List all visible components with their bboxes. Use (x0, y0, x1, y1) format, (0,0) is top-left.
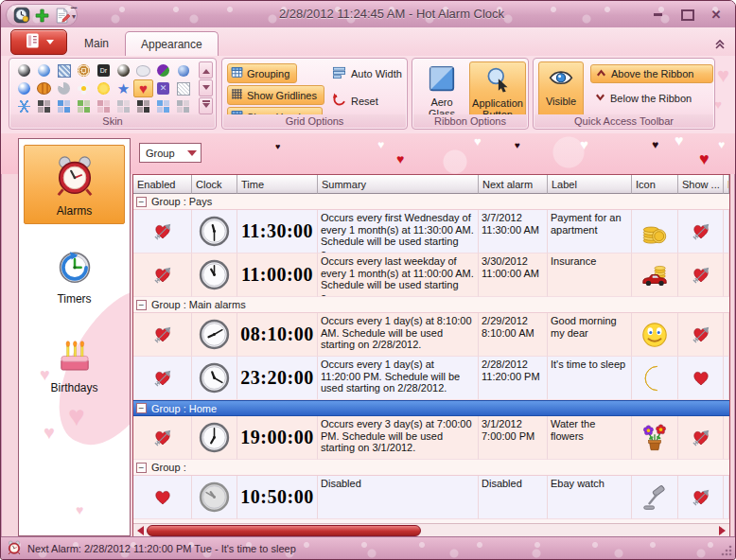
skin-item-pumpkin[interactable] (34, 79, 54, 97)
skin-item-blue-star[interactable]: ★ (114, 79, 133, 97)
column-header-p[interactable]: P (724, 175, 729, 194)
collapse-group-icon[interactable]: − (136, 403, 147, 413)
skin-item-sun[interactable] (94, 79, 114, 97)
ribbon-group-quick-access: Visible Above the Ribbon Below the Ribbo… (533, 58, 715, 130)
gallery-scroll-up-button[interactable] (199, 61, 213, 79)
minimize-button[interactable] (646, 8, 669, 22)
heart-arrow-icon (692, 488, 710, 507)
skin-item-green-blocks[interactable] (74, 97, 94, 115)
skin-item-blue-sphere[interactable] (34, 61, 54, 79)
skin-item-azure-sphere[interactable] (14, 79, 34, 97)
column-header-icon[interactable]: Icon (632, 175, 678, 194)
skin-item-gray-pacman[interactable] (54, 79, 74, 97)
summary-cell: Occurs every first Wednesday of every 1 … (318, 210, 479, 254)
application-button-toggle[interactable]: Application Button (469, 61, 526, 118)
column-header-next-alarm[interactable]: Next alarm (479, 175, 548, 194)
maximize-button[interactable] (676, 8, 699, 22)
resize-grip[interactable] (720, 544, 733, 557)
skin-item-snowflake[interactable] (14, 97, 34, 115)
sidebar-item-alarms[interactable]: Alarms (24, 145, 125, 224)
skin-item-black-blue-blocks[interactable] (133, 97, 153, 115)
gallery-scroll-down-button[interactable] (199, 79, 213, 96)
skin-item-silver-blocks[interactable] (173, 97, 193, 115)
skin-item-patterned-square[interactable] (54, 61, 74, 79)
group-header-row[interactable]: −Group : Home (133, 400, 729, 416)
alarm-row[interactable]: 11:00:00Occurs every last weekday of eve… (133, 254, 729, 297)
group-by-dropdown[interactable]: Group (139, 143, 202, 163)
sidebar-item-birthdays[interactable]: Birthdays (24, 328, 125, 400)
below-the-ribbon-button[interactable]: Below the Ribbon (590, 89, 713, 108)
grouping-button[interactable]: Grouping (227, 63, 297, 83)
collapse-group-icon[interactable]: − (136, 197, 147, 207)
column-header-time[interactable]: Time (237, 175, 318, 194)
heart-arrow-icon (692, 222, 710, 241)
skin-item-red-heart[interactable]: ♥ (133, 79, 153, 97)
edit-alarm-icon[interactable] (53, 7, 70, 24)
alarm-row[interactable]: 23:20:00Occurs every 1 day(s) at 11:20:0… (133, 357, 729, 400)
tab-appearance[interactable]: Appearance (125, 31, 219, 57)
enabled-cell (133, 313, 192, 357)
skin-item-white-cloud[interactable] (133, 61, 153, 79)
skin-item-hatched-square[interactable] (173, 79, 193, 97)
app-clock-icon[interactable] (13, 7, 30, 24)
skin-item-dark-blocks[interactable] (34, 97, 54, 115)
alarm-table: EnabledClockTimeSummaryNext alarmLabelIc… (132, 174, 730, 538)
alarm-row[interactable]: 11:30:00Occurs every first Wednesday of … (133, 210, 729, 254)
qat-customize-icon[interactable]: ▔▾ (69, 9, 79, 19)
column-header-show[interactable]: Show ... (678, 175, 724, 194)
show-cell (678, 313, 724, 357)
group-name: Group : Main alarms (151, 299, 246, 310)
above-the-ribbon-button[interactable]: Above the Ribbon (590, 64, 713, 83)
skin-item-dark-sphere[interactable] (114, 61, 133, 79)
skin-item-purple-cross[interactable]: ✕ (153, 79, 173, 97)
collapse-ribbon-icon[interactable] (714, 36, 726, 53)
auto-width-icon (332, 65, 346, 81)
skin-item-caramel-spiral[interactable] (74, 61, 94, 79)
skin-item-blue-blocks[interactable] (54, 97, 74, 115)
alarm-row[interactable]: 08:10:00Occurs every 1 day(s) at 8:10:00… (133, 313, 729, 357)
alarm-clock-icon (7, 540, 22, 557)
group-header-row[interactable]: −Group : Pays (133, 194, 729, 210)
heart-decoration: ♥ (44, 423, 55, 442)
show-gridlines-button[interactable]: Show Gridlines (227, 85, 324, 105)
scroll-left-arrow[interactable] (134, 525, 146, 536)
table-header-row: EnabledClockTimeSummaryNext alarmLabelIc… (133, 175, 729, 194)
skin-item-blue-apple[interactable] (173, 61, 193, 79)
group-caption-grid-options: Grid Options (223, 114, 406, 128)
column-header-enabled[interactable]: Enabled (133, 175, 192, 194)
skin-item-purple-disc[interactable] (153, 61, 173, 79)
gallery-expand-button[interactable] (199, 97, 213, 114)
skin-item-white-flower[interactable] (74, 79, 94, 97)
collapse-group-icon[interactable]: − (136, 300, 147, 310)
skin-item-black-sphere[interactable] (14, 61, 34, 79)
chevron-up-icon (596, 68, 606, 79)
alarm-row[interactable]: 19:00:00Occurs every 3 day(s) at 7:00:00… (133, 416, 729, 460)
aero-glass-button[interactable]: Aero Glass (416, 61, 467, 118)
reset-button[interactable]: Reset (332, 93, 402, 109)
heart-arrow-icon (153, 222, 172, 241)
clock-icon (199, 481, 230, 513)
group-header-row[interactable]: −Group : Main alarms (133, 297, 729, 313)
group-header-row[interactable]: −Group : (133, 460, 729, 476)
qat-visible-button[interactable]: Visible (538, 61, 584, 118)
close-button[interactable]: ✕ (705, 8, 727, 22)
application-button-icon (484, 66, 511, 95)
next-alarm-status: Next Alarm: 2/28/2012 11:20:00 PM Tue - … (27, 543, 296, 554)
application-menu-button[interactable] (10, 29, 67, 55)
auto-width-button[interactable]: Auto Width (332, 65, 402, 81)
horizontal-scrollbar[interactable] (133, 523, 729, 537)
column-header-clock[interactable]: Clock (192, 175, 237, 194)
collapse-group-icon[interactable]: − (136, 463, 147, 473)
add-alarm-icon[interactable] (33, 7, 50, 24)
column-header-label[interactable]: Label (548, 175, 632, 194)
skin-item-gray-blocks[interactable] (114, 97, 133, 115)
scrollbar-thumb[interactable] (147, 525, 421, 536)
skin-item-dr-skin[interactable]: Dr (94, 61, 114, 79)
sidebar-item-timers[interactable]: Timers (24, 239, 125, 311)
tab-main[interactable]: Main (69, 31, 124, 56)
skin-item-sky-blocks[interactable] (153, 97, 173, 115)
column-header-summary[interactable]: Summary (318, 175, 479, 194)
scroll-right-arrow[interactable] (717, 525, 728, 536)
alarm-row[interactable]: 10:50:00DisabledDisabledEbay watch (133, 476, 729, 519)
skin-item-pink-blocks[interactable] (94, 97, 114, 115)
